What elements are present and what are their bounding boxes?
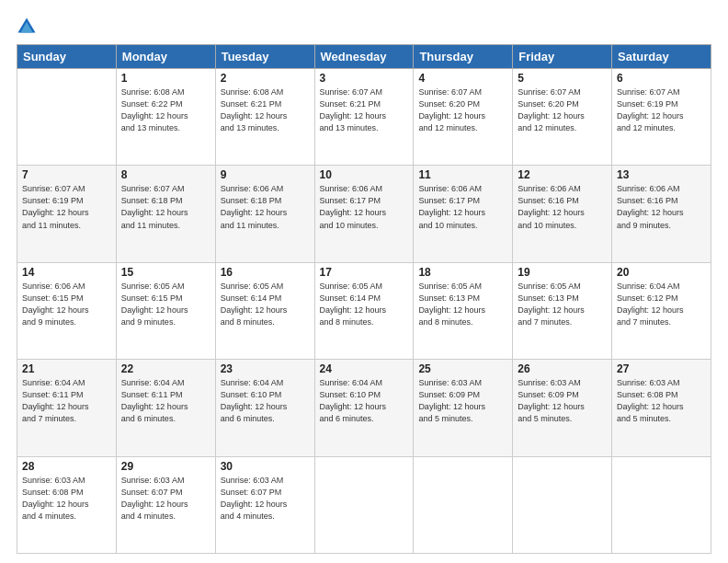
weekday-header-thursday: Thursday — [414, 45, 513, 69]
logo-icon — [17, 17, 37, 37]
day-number: 13 — [617, 168, 706, 181]
day-info: Sunrise: 6:03 AM Sunset: 6:09 PM Dayligh… — [418, 377, 507, 425]
week-row-1: 1Sunrise: 6:08 AM Sunset: 6:22 PM Daylig… — [17, 69, 711, 166]
day-info: Sunrise: 6:04 AM Sunset: 6:10 PM Dayligh… — [221, 377, 310, 425]
calendar-cell: 8Sunrise: 6:07 AM Sunset: 6:18 PM Daylig… — [116, 166, 215, 262]
day-info: Sunrise: 6:04 AM Sunset: 6:11 PM Dayligh… — [121, 377, 210, 425]
week-row-3: 14Sunrise: 6:06 AM Sunset: 6:15 PM Dayli… — [17, 262, 711, 359]
day-info: Sunrise: 6:05 AM Sunset: 6:14 PM Dayligh… — [221, 281, 310, 328]
day-info: Sunrise: 6:06 AM Sunset: 6:16 PM Dayligh… — [518, 183, 607, 231]
day-number: 5 — [518, 72, 607, 85]
calendar-cell: 27Sunrise: 6:03 AM Sunset: 6:08 PM Dayli… — [612, 360, 711, 456]
day-info: Sunrise: 6:06 AM Sunset: 6:18 PM Dayligh… — [221, 183, 310, 231]
calendar-cell: 28Sunrise: 6:03 AM Sunset: 6:08 PM Dayli… — [17, 456, 117, 553]
day-number: 28 — [22, 460, 111, 473]
day-number: 6 — [617, 72, 706, 85]
calendar-cell — [612, 456, 711, 553]
day-info: Sunrise: 6:07 AM Sunset: 6:19 PM Dayligh… — [22, 183, 111, 231]
calendar-cell: 30Sunrise: 6:03 AM Sunset: 6:07 PM Dayli… — [215, 456, 314, 553]
day-number: 18 — [418, 266, 507, 279]
day-info: Sunrise: 6:03 AM Sunset: 6:08 PM Dayligh… — [22, 475, 111, 523]
day-number: 19 — [518, 266, 607, 279]
logo — [17, 17, 39, 37]
day-number: 17 — [320, 266, 409, 279]
calendar-cell: 26Sunrise: 6:03 AM Sunset: 6:09 PM Dayli… — [513, 360, 612, 456]
day-info: Sunrise: 6:05 AM Sunset: 6:13 PM Dayligh… — [518, 281, 607, 328]
day-number: 27 — [617, 362, 706, 375]
day-info: Sunrise: 6:07 AM Sunset: 6:19 PM Dayligh… — [617, 86, 706, 134]
day-number: 11 — [418, 168, 507, 181]
calendar-cell: 13Sunrise: 6:06 AM Sunset: 6:16 PM Dayli… — [612, 166, 711, 262]
day-info: Sunrise: 6:08 AM Sunset: 6:22 PM Dayligh… — [121, 86, 210, 134]
day-number: 16 — [221, 266, 310, 279]
calendar-cell: 19Sunrise: 6:05 AM Sunset: 6:13 PM Dayli… — [513, 262, 612, 359]
day-number: 23 — [221, 362, 310, 375]
day-info: Sunrise: 6:06 AM Sunset: 6:17 PM Dayligh… — [418, 183, 507, 231]
week-row-2: 7Sunrise: 6:07 AM Sunset: 6:19 PM Daylig… — [17, 166, 711, 262]
calendar-cell — [17, 69, 117, 166]
calendar-cell: 10Sunrise: 6:06 AM Sunset: 6:17 PM Dayli… — [314, 166, 414, 262]
page: SundayMondayTuesdayWednesdayThursdayFrid… — [0, 0, 728, 563]
day-info: Sunrise: 6:03 AM Sunset: 6:07 PM Dayligh… — [121, 475, 210, 523]
day-info: Sunrise: 6:08 AM Sunset: 6:21 PM Dayligh… — [221, 86, 310, 134]
day-number: 15 — [121, 266, 210, 279]
day-number: 14 — [22, 266, 111, 279]
day-number: 21 — [22, 362, 111, 375]
calendar-cell: 29Sunrise: 6:03 AM Sunset: 6:07 PM Dayli… — [116, 456, 215, 553]
calendar-cell: 16Sunrise: 6:05 AM Sunset: 6:14 PM Dayli… — [215, 262, 314, 359]
day-number: 8 — [121, 168, 210, 181]
day-number: 10 — [320, 168, 409, 181]
day-info: Sunrise: 6:07 AM Sunset: 6:20 PM Dayligh… — [518, 86, 607, 134]
calendar-cell: 17Sunrise: 6:05 AM Sunset: 6:14 PM Dayli… — [314, 262, 414, 359]
calendar-cell — [513, 456, 612, 553]
day-info: Sunrise: 6:07 AM Sunset: 6:21 PM Dayligh… — [320, 86, 409, 134]
day-info: Sunrise: 6:07 AM Sunset: 6:20 PM Dayligh… — [418, 86, 507, 134]
day-info: Sunrise: 6:04 AM Sunset: 6:10 PM Dayligh… — [320, 377, 409, 425]
day-number: 7 — [22, 168, 111, 181]
day-number: 30 — [221, 460, 310, 473]
day-info: Sunrise: 6:05 AM Sunset: 6:14 PM Dayligh… — [320, 281, 409, 328]
day-number: 26 — [518, 362, 607, 375]
calendar-cell: 11Sunrise: 6:06 AM Sunset: 6:17 PM Dayli… — [414, 166, 513, 262]
week-row-5: 28Sunrise: 6:03 AM Sunset: 6:08 PM Dayli… — [17, 456, 711, 553]
day-number: 29 — [121, 460, 210, 473]
calendar-cell: 2Sunrise: 6:08 AM Sunset: 6:21 PM Daylig… — [215, 69, 314, 166]
day-info: Sunrise: 6:03 AM Sunset: 6:08 PM Dayligh… — [617, 377, 706, 425]
day-number: 4 — [418, 72, 507, 85]
day-number: 22 — [121, 362, 210, 375]
weekday-header-row: SundayMondayTuesdayWednesdayThursdayFrid… — [17, 45, 711, 69]
day-number: 9 — [221, 168, 310, 181]
calendar-cell: 18Sunrise: 6:05 AM Sunset: 6:13 PM Dayli… — [414, 262, 513, 359]
day-number: 20 — [617, 266, 706, 279]
day-info: Sunrise: 6:06 AM Sunset: 6:17 PM Dayligh… — [320, 183, 409, 231]
weekday-header-friday: Friday — [513, 45, 612, 69]
calendar-cell: 23Sunrise: 6:04 AM Sunset: 6:10 PM Dayli… — [215, 360, 314, 456]
calendar-cell — [314, 456, 414, 553]
day-number: 12 — [518, 168, 607, 181]
weekday-header-wednesday: Wednesday — [314, 45, 414, 69]
calendar-cell: 12Sunrise: 6:06 AM Sunset: 6:16 PM Dayli… — [513, 166, 612, 262]
day-number: 2 — [221, 72, 310, 85]
calendar-cell — [414, 456, 513, 553]
day-number: 25 — [418, 362, 507, 375]
day-number: 1 — [121, 72, 210, 85]
calendar-cell: 4Sunrise: 6:07 AM Sunset: 6:20 PM Daylig… — [414, 69, 513, 166]
calendar-cell: 6Sunrise: 6:07 AM Sunset: 6:19 PM Daylig… — [612, 69, 711, 166]
calendar-cell: 14Sunrise: 6:06 AM Sunset: 6:15 PM Dayli… — [17, 262, 117, 359]
day-info: Sunrise: 6:05 AM Sunset: 6:15 PM Dayligh… — [121, 281, 210, 328]
calendar-cell: 5Sunrise: 6:07 AM Sunset: 6:20 PM Daylig… — [513, 69, 612, 166]
day-info: Sunrise: 6:03 AM Sunset: 6:09 PM Dayligh… — [518, 377, 607, 425]
day-info: Sunrise: 6:06 AM Sunset: 6:15 PM Dayligh… — [22, 281, 111, 328]
calendar-cell: 25Sunrise: 6:03 AM Sunset: 6:09 PM Dayli… — [414, 360, 513, 456]
day-info: Sunrise: 6:05 AM Sunset: 6:13 PM Dayligh… — [418, 281, 507, 328]
calendar-cell: 22Sunrise: 6:04 AM Sunset: 6:11 PM Dayli… — [116, 360, 215, 456]
calendar-cell: 21Sunrise: 6:04 AM Sunset: 6:11 PM Dayli… — [17, 360, 117, 456]
day-info: Sunrise: 6:06 AM Sunset: 6:16 PM Dayligh… — [617, 183, 706, 231]
calendar-table: SundayMondayTuesdayWednesdayThursdayFrid… — [17, 44, 711, 554]
weekday-header-monday: Monday — [116, 45, 215, 69]
day-info: Sunrise: 6:04 AM Sunset: 6:12 PM Dayligh… — [617, 281, 706, 328]
week-row-4: 21Sunrise: 6:04 AM Sunset: 6:11 PM Dayli… — [17, 360, 711, 456]
calendar-cell: 20Sunrise: 6:04 AM Sunset: 6:12 PM Dayli… — [612, 262, 711, 359]
calendar-cell: 15Sunrise: 6:05 AM Sunset: 6:15 PM Dayli… — [116, 262, 215, 359]
weekday-header-tuesday: Tuesday — [215, 45, 314, 69]
